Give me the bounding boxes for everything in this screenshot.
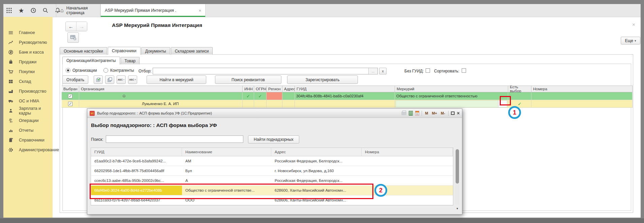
sidebar-item-references[interactable]: Справочники — [3, 135, 53, 145]
memory-button[interactable]: M — [424, 111, 429, 115]
register-button[interactable]: Зарегистрировать — [287, 75, 358, 84]
mercury-value-field[interactable]: ... — [396, 100, 507, 107]
sidebar-item-label: Главное — [19, 30, 35, 35]
table-row-parent-inn-cell[interactable]: ✓ — [243, 92, 254, 100]
find-in-mercury-button[interactable]: Найти в меркурий — [147, 75, 206, 84]
active-tab-label: ASP Меркурий Прямая Интеграция . — [105, 8, 176, 13]
dialog-scrollbar-thumb[interactable] — [456, 149, 459, 184]
sort-checkbox[interactable] — [462, 68, 466, 73]
table-row-child-inn-cell[interactable] — [243, 100, 254, 108]
back-button[interactable]: ← — [66, 22, 76, 31]
col-header-inn: ИНН — [243, 86, 254, 92]
dialog-close-icon[interactable]: × — [457, 111, 460, 116]
maximize-icon[interactable] — [451, 112, 455, 115]
sidebar-item-main[interactable]: Главное — [3, 28, 53, 37]
sidebar-item-reports[interactable]: Отчеты — [3, 125, 53, 135]
search-requisites-button[interactable]: Поиск реквизитов — [215, 75, 281, 84]
tab-references[interactable]: Справочники — [108, 47, 141, 55]
sidebar-item-operations[interactable]: Дт Кт Операции — [3, 116, 53, 125]
abc-label: АБС — [129, 78, 134, 81]
supervised-row-guid[interactable]: 66202958-1de1-4fbb-8f7f-75d004456a8f — [91, 166, 182, 176]
set-checkmarks-button[interactable] — [94, 75, 103, 84]
supervised-search-input[interactable] — [106, 135, 243, 143]
radio-organizations-label: Организации — [72, 68, 97, 73]
print-icon[interactable] — [401, 112, 406, 115]
selection-filter-input[interactable]: ... — [153, 68, 378, 74]
dialog-scrollbar-track[interactable] — [455, 149, 459, 205]
table-row-parent-has-choice-cell[interactable] — [508, 92, 531, 100]
table-row-child-selected-cell[interactable]: ✓ — [62, 100, 79, 108]
table-row-parent-mercury-cell[interactable]: Общество с ограниченной ответственностью — [395, 92, 508, 100]
tab-main-settings[interactable]: Основные настройки — [60, 47, 107, 55]
row-checkbox[interactable]: ✓ — [68, 94, 72, 98]
supervised-row-address[interactable]: Российская Федерация, Белгородск... — [271, 156, 362, 166]
calculator-icon[interactable] — [409, 111, 413, 116]
sidebar-item-manager[interactable]: Руководителю — [3, 37, 53, 47]
table-row-parent-guid-cell[interactable]: 304fc48a-808b-4841-ba6b-c0a0230af4 — [295, 92, 395, 100]
supervised-row-numbers[interactable] — [362, 195, 453, 205]
abc-plus-button[interactable]: АБС+ — [128, 75, 137, 84]
table-row-parent-address-cell[interactable] — [282, 92, 295, 100]
sidebar-item-warehouse[interactable]: Склад — [3, 76, 53, 86]
supervised-row-numbers[interactable] — [362, 176, 453, 186]
table-row-child-address-cell[interactable] — [282, 100, 295, 108]
tab-home-page[interactable]: ⌂ Начальная страница — [56, 4, 100, 17]
sidebar-item-sales[interactable]: Продажи — [3, 57, 53, 67]
forward-button[interactable]: → — [76, 22, 87, 31]
select-button[interactable]: Отобрать — [62, 75, 88, 84]
supervised-row-numbers[interactable] — [362, 156, 453, 166]
abc-minus-button[interactable]: АБС− — [117, 75, 126, 84]
top-toolbar: ★ ⌂ Начальная страница ASP Меркурий Прям… — [3, 4, 641, 17]
favorites-star-icon[interactable]: ★ — [18, 7, 25, 14]
supervised-row-name[interactable]: Бул — [182, 166, 271, 176]
sidebar-item-purchases[interactable]: Покупки — [3, 67, 53, 76]
table-row-child-ogrn-cell[interactable] — [254, 100, 267, 108]
radio-organizations[interactable]: Организации — [66, 68, 97, 73]
more-button[interactable]: Еще ▾ — [621, 37, 640, 44]
no-guid-checkbox[interactable] — [426, 68, 430, 73]
supervised-row-address[interactable]: г. Новосибирск, ул.Видова, д,160 — [271, 166, 362, 176]
radio-counterparties[interactable]: Контрагенты — [103, 68, 134, 73]
tab-asp-mercury[interactable]: ASP Меркурий Прямая Интеграция . × — [100, 4, 206, 17]
tab-close-icon[interactable]: × — [198, 8, 201, 13]
collapse-icon[interactable]: ⊖ — [122, 94, 126, 98]
table-row-parent-numbers-cell[interactable] — [531, 92, 633, 100]
table-row-parent-region-cell[interactable] — [267, 92, 282, 100]
page-close-icon[interactable]: × — [632, 22, 635, 27]
scroll-down-icon[interactable]: ▼ — [455, 207, 459, 210]
sidebar-item-bank[interactable]: Банк и касса — [3, 47, 53, 57]
table-row-parent-selected-cell[interactable]: ✓ — [62, 92, 79, 100]
memory-plus-button[interactable]: M+ — [431, 111, 438, 115]
subtab-goods[interactable]: Товар — [121, 57, 140, 64]
table-row-parent-ogrn-cell[interactable]: ✓ — [254, 92, 267, 100]
apps-grid-icon[interactable] — [5, 7, 13, 14]
tab-documents[interactable]: Документы — [141, 47, 170, 55]
sidebar-item-production[interactable]: Производство — [3, 86, 53, 96]
form-settings-button[interactable] — [67, 32, 79, 43]
sidebar-item-hr[interactable]: Зарплата и кадры — [3, 106, 53, 116]
table-row-child-numbers-cell[interactable] — [531, 100, 633, 108]
memory-minus-button[interactable]: M- — [440, 111, 446, 115]
clear-filter-button[interactable]: x — [379, 68, 387, 74]
find-supervised-button[interactable]: Найти поднадзорных — [248, 135, 299, 144]
sidebar-item-label: Покупки — [19, 69, 35, 74]
ellipsis-button[interactable]: ... — [368, 68, 377, 74]
sidebar-item-administration[interactable]: Администрирование — [3, 145, 53, 155]
table-row-child-organization-cell[interactable]: Лукьяненко Е. А. ИП — [79, 100, 243, 108]
table-row-child-region-cell[interactable] — [267, 100, 282, 108]
subtab-organizations-counterparties[interactable]: Организации\Контрагенты — [62, 57, 120, 64]
calendar-icon[interactable]: 31 — [415, 111, 419, 116]
clear-checkmarks-button[interactable] — [105, 75, 114, 84]
table-row-child-guid-cell[interactable] — [295, 100, 395, 108]
search-icon[interactable] — [42, 7, 49, 14]
history-icon[interactable] — [30, 7, 37, 14]
tab-warehouse-records[interactable]: Складские записи — [171, 47, 213, 55]
supervised-row-numbers[interactable] — [362, 166, 453, 176]
supervised-row-name[interactable]: АМ — [182, 156, 271, 166]
table-row-parent-organization-cell[interactable]: ⊖ — [79, 92, 243, 100]
row-checkbox[interactable]: ✓ — [68, 102, 72, 106]
sidebar-item-os-nma[interactable]: ОС и НМА — [3, 96, 53, 106]
col-header-numbers: Номера — [531, 86, 633, 92]
supervised-row-guid[interactable]: d1aa90c2-b7db-472e-9ce6-b3afa99242... — [91, 156, 182, 166]
table-row-child-mercury-cell[interactable]: ... — [395, 100, 508, 108]
